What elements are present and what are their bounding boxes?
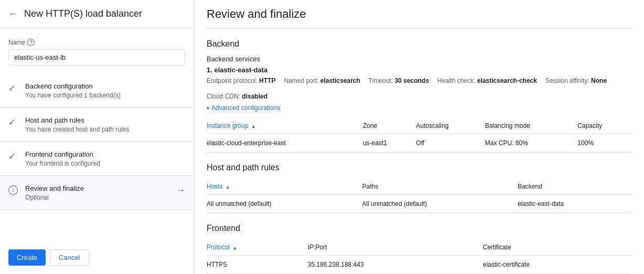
backend-services-title: Backend services — [207, 55, 631, 63]
host-path-section-title: Host and path rules — [207, 163, 631, 172]
cell-capacity: 100% — [577, 134, 631, 152]
backend-section-title: Backend — [207, 39, 631, 49]
backend-meta: Endpoint protocol: HTTP Named port: elas… — [207, 77, 631, 100]
col-balancing-mode: Balancing mode — [485, 118, 578, 134]
cell-autoscaling: Off — [416, 134, 485, 152]
step-review-subtitle: Optional — [25, 194, 173, 201]
name-input[interactable] — [8, 49, 185, 65]
step-info-icon: i — [8, 185, 19, 195]
steps-list: ✓ Backend configuration You have configu… — [0, 74, 194, 241]
col-instance-group[interactable]: Instance group ▲ — [207, 118, 363, 134]
table-row: HTTPS 35.186.238.188:443 elastic-certifi… — [207, 256, 631, 274]
health-check: elasticsearch-check — [477, 77, 537, 84]
name-help-icon[interactable]: ? — [27, 39, 35, 46]
step-frontend-title: Frontend configuration — [25, 150, 185, 158]
cell-zone: us-east1 — [363, 134, 416, 152]
step-frontend[interactable]: ✓ Frontend configuration Your frontend i… — [0, 142, 194, 176]
step-frontend-subtitle: Your frontend is configured — [25, 160, 185, 167]
col-ip-port: IP:Port — [308, 239, 483, 256]
step-review-arrow: → — [177, 185, 185, 195]
cell-ip-port: 35.186.238.188:443 — [308, 256, 483, 274]
cloud-cdn: disabled — [242, 93, 267, 100]
table-row: elastic-cloud-enterprise-east us-east1 O… — [207, 134, 631, 152]
host-path-section: Host and path rules Hosts ▲ Paths Backen… — [207, 163, 631, 213]
step-check-icon: ✓ — [8, 83, 19, 93]
advanced-config-toggle[interactable]: ▾ Advanced configurations — [207, 104, 631, 112]
right-panel: Review and finalize Backend Backend serv… — [194, 0, 644, 274]
endpoint-protocol: HTTP — [259, 77, 275, 84]
frontend-table: Protocol ▲ IP:Port Certificate HTTPS 35.… — [207, 239, 631, 274]
sort-arrow-protocol: ▲ — [232, 245, 237, 250]
cancel-button[interactable]: Cancel — [50, 249, 89, 266]
name-section: Name ? — [0, 28, 194, 74]
cell-protocol: HTTPS — [207, 256, 308, 274]
create-button[interactable]: Create — [8, 249, 46, 266]
host-path-table: Hosts ▲ Paths Backend All unmatched (def… — [207, 179, 631, 213]
step-hostpath-title: Host and path rules — [25, 116, 185, 124]
step-check-icon-3: ✓ — [8, 151, 19, 161]
named-port: elasticsearch — [320, 77, 360, 84]
col-paths: Paths — [362, 179, 518, 195]
col-hosts[interactable]: Hosts ▲ — [207, 179, 362, 195]
backend-section: Backend Backend services 1. elastic-east… — [207, 39, 631, 152]
col-certificate: Certificate — [483, 239, 631, 256]
cell-paths: All unmatched (default) — [362, 195, 518, 213]
left-footer: Create Cancel — [0, 241, 194, 274]
step-review-title: Review and finalize — [25, 184, 173, 192]
name-label: Name ? — [8, 39, 185, 46]
col-capacity: Capacity — [577, 118, 631, 134]
col-protocol[interactable]: Protocol ▲ — [207, 239, 308, 256]
col-zone: Zone — [363, 118, 416, 134]
backend-name: 1. elastic-east-data — [207, 66, 631, 74]
page-title: New HTTP(S) load balancer — [24, 8, 142, 19]
session-affinity: None — [591, 77, 607, 84]
table-row: All unmatched (default) All unmatched (d… — [207, 195, 631, 213]
sort-arrow-instance: ▲ — [251, 124, 256, 129]
frontend-section-title: Frontend — [207, 224, 631, 233]
backend-table: Instance group ▲ Zone Autoscaling Balanc… — [207, 118, 631, 152]
cell-balancing-mode: Max CPU: 80% — [485, 134, 578, 152]
step-backend-title: Backend configuration — [25, 82, 185, 90]
step-review[interactable]: i Review and finalize Optional → — [0, 176, 194, 210]
step-check-icon-2: ✓ — [8, 117, 19, 127]
cell-hosts: All unmatched (default) — [207, 195, 362, 213]
adv-chevron-icon: ▾ — [207, 105, 209, 111]
cell-backend-value: elastic-east-data — [518, 195, 631, 213]
cell-instance-group: elastic-cloud-enterprise-east — [207, 134, 363, 152]
left-panel: ← New HTTP(S) load balancer Name ? ✓ Bac… — [0, 0, 194, 274]
step-backend[interactable]: ✓ Backend configuration You have configu… — [0, 74, 194, 108]
step-hostpath[interactable]: ✓ Host and path rules You have created h… — [0, 108, 194, 142]
timeout: 30 seconds — [394, 77, 428, 84]
cell-certificate: elastic-certificate — [483, 256, 631, 274]
frontend-section: Frontend Protocol ▲ IP:Port Certificate … — [207, 224, 631, 274]
right-header: Review and finalize — [207, 0, 631, 29]
back-button[interactable]: ← — [8, 8, 18, 19]
step-hostpath-subtitle: You have created host and path rules — [25, 126, 185, 133]
col-backend-hp: Backend — [518, 179, 631, 195]
col-autoscaling: Autoscaling — [416, 118, 485, 134]
right-title: Review and finalize — [207, 7, 631, 21]
step-backend-subtitle: You have configured 1 backend(s) — [25, 92, 185, 99]
left-header: ← New HTTP(S) load balancer — [0, 0, 194, 28]
adv-config-label: Advanced configurations — [211, 104, 280, 112]
sort-arrow-hosts: ▲ — [226, 184, 230, 190]
